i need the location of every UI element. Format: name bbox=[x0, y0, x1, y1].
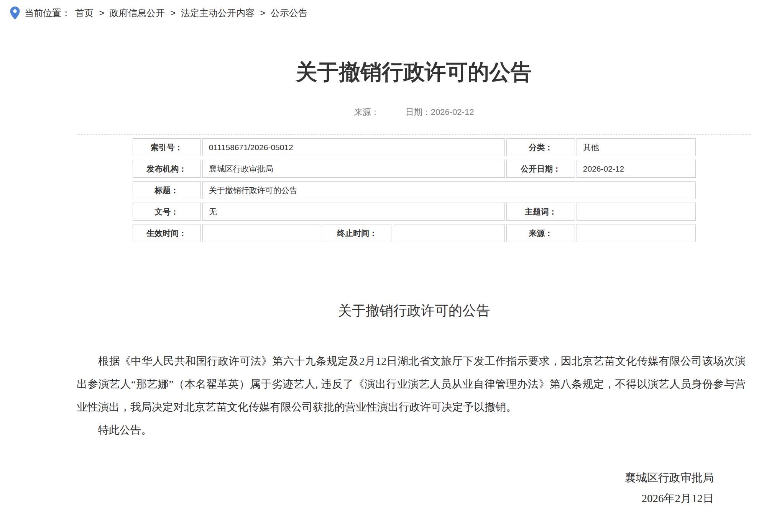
breadcrumb-link-public-notices[interactable]: 公示公告 bbox=[271, 7, 307, 19]
location-pin-icon bbox=[10, 7, 20, 20]
article-title: 关于撤销行政许可的公告 bbox=[77, 302, 751, 319]
page: 当前位置： 首页 > 政府信息公开 > 法定主动公开内容 > 公示公告 关于撤销… bbox=[0, 0, 764, 505]
effective-time-label: 生效时间： bbox=[133, 224, 201, 242]
table-row: 生效时间： 终止时间： 来源： bbox=[133, 224, 696, 242]
doc-title-label: 标题： bbox=[133, 181, 201, 199]
breadcrumb: 当前位置： 首页 > 政府信息公开 > 法定主动公开内容 > 公示公告 bbox=[0, 0, 764, 20]
publish-date-label: 公开日期： bbox=[506, 160, 575, 178]
breadcrumb-link-legal-disclosure[interactable]: 法定主动公开内容 bbox=[181, 7, 255, 19]
signature-block: 襄城区行政审批局 2026年2月12日 bbox=[77, 471, 751, 505]
end-time-label: 终止时间： bbox=[323, 224, 391, 242]
table-row: 索引号： 011158671/2026-05012 分类： 其他 bbox=[133, 138, 696, 156]
keywords-label: 主题词： bbox=[506, 203, 575, 221]
doc-number-value: 无 bbox=[202, 203, 505, 221]
page-title: 关于撤销行政许可的公告 bbox=[77, 61, 751, 83]
breadcrumb-link-home[interactable]: 首页 bbox=[75, 7, 94, 19]
article-paragraph: 特此公告。 bbox=[77, 419, 746, 442]
category-value: 其他 bbox=[577, 138, 696, 156]
doc-title-value: 关于撤销行政许可的公告 bbox=[202, 181, 696, 199]
index-number-value: 011158671/2026-05012 bbox=[202, 138, 505, 156]
document-meta-table: 索引号： 011158671/2026-05012 分类： 其他 发布机构： 襄… bbox=[131, 135, 697, 246]
category-label: 分类： bbox=[506, 138, 575, 156]
source-label: 来源： bbox=[354, 107, 380, 117]
doc-number-label: 文号： bbox=[133, 203, 201, 221]
publisher-value: 襄城区行政审批局 bbox=[202, 160, 505, 178]
keywords-value bbox=[577, 203, 696, 221]
source-field-label: 来源： bbox=[506, 224, 575, 242]
table-row: 文号： 无 主题词： bbox=[133, 203, 696, 221]
breadcrumb-separator: > bbox=[260, 8, 265, 18]
article-body: 根据《中华人民共和国行政许可法》第六十九条规定及2月12日湖北省文旅厅下发工作指… bbox=[77, 350, 751, 442]
date-value: 2026-02-12 bbox=[431, 107, 474, 117]
document-container: 关于撤销行政许可的公告 来源： 日期：2026-02-12 索引号： 01115… bbox=[77, 61, 751, 505]
table-row: 发布机构： 襄城区行政审批局 公开日期： 2026-02-12 bbox=[133, 160, 696, 178]
end-time-value bbox=[393, 224, 505, 242]
breadcrumb-prefix: 当前位置： bbox=[25, 7, 71, 19]
source-date-line: 来源： 日期：2026-02-12 bbox=[77, 106, 751, 117]
publish-date-value: 2026-02-12 bbox=[577, 160, 696, 178]
publisher-label: 发布机构： bbox=[133, 160, 201, 178]
index-number-label: 索引号： bbox=[133, 138, 201, 156]
date-label: 日期： bbox=[406, 107, 431, 117]
signature-date: 2026年2月12日 bbox=[77, 491, 751, 505]
source-field-value bbox=[577, 224, 696, 242]
breadcrumb-separator: > bbox=[170, 8, 176, 18]
table-row: 标题： 关于撤销行政许可的公告 bbox=[133, 181, 696, 199]
breadcrumb-separator: > bbox=[99, 8, 104, 18]
article-paragraph: 根据《中华人民共和国行政许可法》第六十九条规定及2月12日湖北省文旅厅下发工作指… bbox=[77, 350, 746, 419]
breadcrumb-link-gov-info[interactable]: 政府信息公开 bbox=[110, 7, 165, 19]
signature-org: 襄城区行政审批局 bbox=[77, 471, 751, 485]
effective-time-value bbox=[202, 224, 322, 242]
